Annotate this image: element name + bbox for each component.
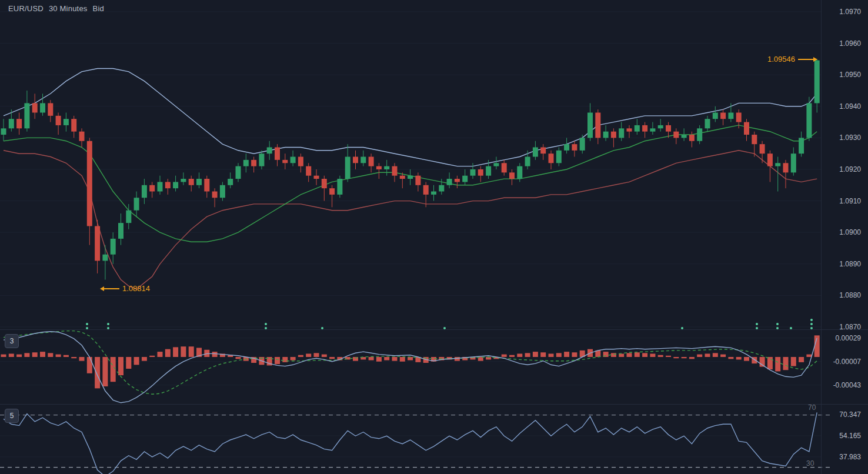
arrow-right-icon [813,57,817,62]
chart-legend[interactable]: EUR/USD30 MinutesBid [8,4,109,13]
price-tag-low-value: 1.08814 [122,285,150,293]
macd-pane[interactable] [0,329,821,404]
arrow-left-icon [100,286,104,291]
price-tag-low: 1.08814 [100,285,150,293]
rsi-level-70-label: 70 [808,403,816,412]
interval-label: 30 Minutes [49,4,88,13]
price-axis[interactable] [821,0,868,474]
price-type-label: Bid [93,4,104,13]
price-pane[interactable] [0,0,821,329]
rsi-level-30-label: 30 [806,459,814,468]
price-tag-high-value: 1.09546 [767,55,795,64]
price-tag-high: 1.09546 [767,55,817,64]
macd-pane-badge[interactable]: 3 [5,334,19,348]
rsi-pane[interactable] [0,404,821,474]
arrow-line [798,59,813,60]
trading-chart: EUR/USD30 MinutesBid 1.09546 1.08814 3 5… [0,0,868,474]
symbol-title: EUR/USD [8,4,44,13]
arrow-line [104,288,119,289]
rsi-pane-badge[interactable]: 5 [5,409,19,423]
